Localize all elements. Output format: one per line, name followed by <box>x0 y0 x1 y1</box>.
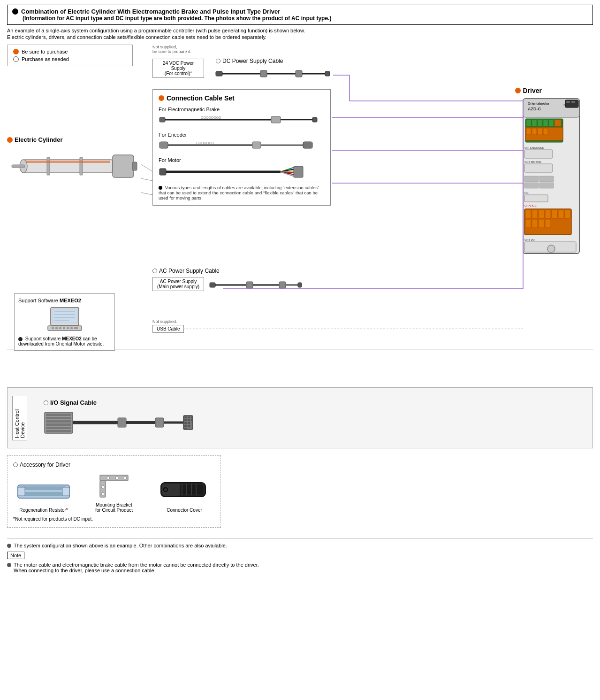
connection-cable-box: Connection Cable Set For Electromagnetic… <box>152 89 331 206</box>
title-section: Combination of Electric Cylinder With El… <box>7 5 593 25</box>
svg-rect-17 <box>74 327 78 329</box>
support-software-box: Support Software MEXEO2 <box>14 293 115 351</box>
svg-point-147 <box>101 485 104 488</box>
svg-rect-22 <box>216 71 222 76</box>
svg-text:CHARGE: CHARGE <box>524 204 537 207</box>
svg-rect-78 <box>524 150 553 158</box>
cable-row-encoder: For Encoder OOOOOOO <box>159 132 325 151</box>
svg-rect-95 <box>565 210 570 218</box>
svg-rect-140 <box>18 487 25 496</box>
io-cable-svg <box>44 410 194 436</box>
svg-rect-15 <box>67 327 69 329</box>
svg-rect-92 <box>545 210 551 218</box>
svg-rect-70 <box>549 120 554 126</box>
svg-point-102 <box>547 245 555 253</box>
svg-rect-115 <box>46 417 71 419</box>
svg-rect-116 <box>46 420 71 423</box>
svg-rect-76 <box>543 128 548 135</box>
svg-rect-132 <box>184 422 187 424</box>
support-software-title: Support Software MEXEO2 <box>18 298 111 303</box>
host-control-section: Host Control Device I/O Signal Cable <box>7 387 593 448</box>
svg-text:OOOOOOO: OOOOOOO <box>196 141 214 145</box>
svg-rect-69 <box>543 120 548 126</box>
dc-cable-image <box>213 67 331 79</box>
encoder-cable-svg: OOOOOOO <box>159 139 318 150</box>
svg-rect-82 <box>539 176 554 182</box>
svg-rect-11 <box>52 327 54 329</box>
svg-rect-80 <box>524 164 553 172</box>
electric-cylinder-label: Electric Cylinder <box>7 136 63 143</box>
svg-text:CNI ENCODER: CNI ENCODER <box>524 146 545 149</box>
svg-rect-84 <box>539 183 554 188</box>
svg-point-148 <box>101 492 104 495</box>
svg-rect-66 <box>526 120 531 126</box>
accessory-item-resistor: Regeneration Resistor* <box>13 478 74 513</box>
svg-line-104 <box>141 178 152 181</box>
svg-rect-2 <box>113 155 134 177</box>
accessory-name-bracket: Mounting Bracket for Circuit Product <box>84 502 144 513</box>
dc-cable-svg <box>213 67 331 78</box>
title-sub: (Information for AC input type and DC in… <box>12 15 588 22</box>
svg-line-103 <box>141 164 152 171</box>
support-software-desc: Support software MEXEO2 can be downloade… <box>18 336 111 346</box>
svg-rect-123 <box>155 418 164 427</box>
svg-rect-97 <box>532 219 538 228</box>
cable-row-brake: For Electromagnetic Brake OOOOOOOO <box>159 107 325 125</box>
svg-rect-141 <box>62 487 69 496</box>
svg-rect-98 <box>539 219 544 228</box>
ac-power-supply-box: AC Power Supply (Main power supply) <box>152 277 204 291</box>
diagram-area: Be sure to purchase Purchase as needed E… <box>7 45 593 383</box>
note-box: Note <box>7 552 24 559</box>
svg-rect-117 <box>46 423 71 426</box>
svg-rect-38 <box>252 142 261 148</box>
svg-rect-136 <box>184 428 187 430</box>
svg-rect-64 <box>571 101 575 103</box>
svg-rect-54 <box>279 282 286 288</box>
svg-rect-135 <box>188 425 190 427</box>
svg-text:OOOOOOOO: OOOOOOOO <box>201 116 221 119</box>
svg-rect-40 <box>303 142 312 148</box>
svg-rect-16 <box>70 327 73 329</box>
svg-rect-74 <box>532 128 537 135</box>
svg-rect-99 <box>545 219 551 228</box>
cover-svg <box>156 476 213 504</box>
svg-rect-93 <box>552 210 557 218</box>
svg-rect-50 <box>210 283 215 287</box>
usb-section: Not supplied. USB Cable <box>152 319 184 333</box>
svg-point-146 <box>124 477 127 479</box>
svg-text:CN8 I/O: CN8 I/O <box>524 238 535 241</box>
svg-rect-26 <box>296 70 302 77</box>
svg-rect-128 <box>191 416 193 418</box>
motor-cable-svg <box>159 165 318 178</box>
svg-text:Orientalmotor: Orientalmotor <box>528 102 550 105</box>
svg-point-144 <box>107 477 110 479</box>
svg-rect-63 <box>566 101 570 103</box>
svg-rect-129 <box>184 419 187 421</box>
electric-cylinder-svg <box>9 146 138 188</box>
ac-cable-svg <box>209 279 303 289</box>
svg-rect-130 <box>188 419 190 421</box>
svg-rect-83 <box>524 183 539 188</box>
cable-row-motor: For Motor <box>159 157 325 179</box>
accessory-name-cover: Connector Cover <box>154 508 215 513</box>
legend-box: Be sure to purchase Purchase as needed <box>7 45 133 66</box>
svg-text:NC: NC <box>524 192 529 194</box>
svg-rect-91 <box>539 210 544 218</box>
ac-cable-label: AC Power Supply Cable <box>152 268 303 274</box>
svg-rect-121 <box>118 418 126 427</box>
accessory-item-bracket: Mounting Bracket for Circuit Product <box>84 473 144 513</box>
resistor-svg <box>15 478 72 504</box>
legend-item-1: Be sure to purchase <box>13 49 127 54</box>
accessory-item-cover: Connector Cover <box>154 476 215 513</box>
io-cable-image <box>44 410 194 437</box>
svg-rect-41 <box>159 169 166 175</box>
brake-cable-svg: OOOOOOOO <box>159 114 318 124</box>
svg-rect-7 <box>132 162 137 170</box>
cover-image <box>154 476 215 505</box>
svg-rect-86 <box>524 195 548 202</box>
svg-rect-52 <box>246 282 253 288</box>
footer-note1: The system configuration shown above is … <box>7 543 593 548</box>
laptop-icon <box>18 305 111 334</box>
svg-rect-56 <box>298 283 302 287</box>
accessory-section: Accessory for Driver Regeneration Resist… <box>7 455 221 528</box>
